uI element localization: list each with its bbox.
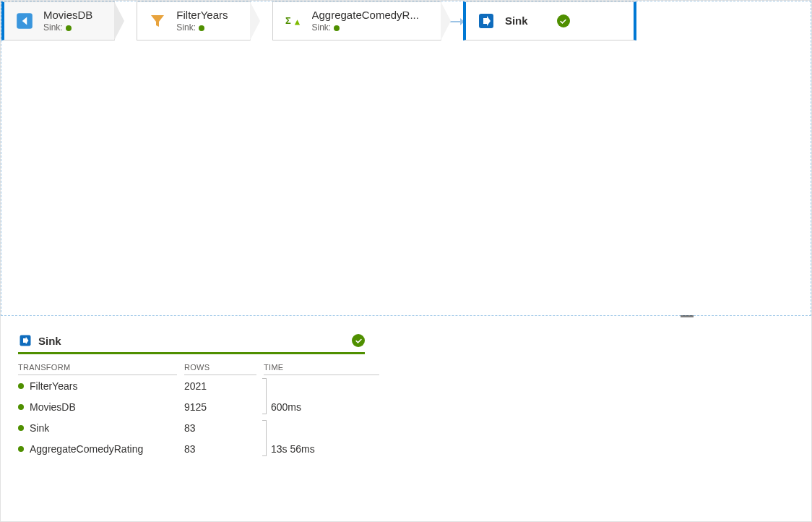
success-check-icon xyxy=(557,14,570,27)
table-body: FilterYears 2021 MoviesDB 9125 600ms Sin… xyxy=(18,375,794,459)
panel-resize-handle[interactable] xyxy=(681,315,694,317)
group-bracket-icon xyxy=(262,378,267,414)
row-count: 9125 xyxy=(184,398,256,416)
transform-name: FilterYears xyxy=(30,380,77,392)
flow-node-moviesdb[interactable]: MoviesDB Sink: xyxy=(1,1,115,40)
col-header-transform: TRANSFORM xyxy=(18,360,177,375)
status-dot-icon xyxy=(18,404,24,410)
sink-icon xyxy=(18,333,33,348)
success-check-icon xyxy=(352,334,365,347)
flow-node-filteryears[interactable]: FilterYears Sink: xyxy=(137,1,250,40)
transform-name: Sink xyxy=(30,422,49,434)
filter-icon xyxy=(146,10,169,32)
row-time xyxy=(264,425,379,431)
col-header-rows: ROWS xyxy=(184,360,256,375)
table-row[interactable]: MoviesDB 9125 600ms xyxy=(18,396,794,417)
row-count: 2021 xyxy=(184,377,256,395)
sink-icon xyxy=(475,10,498,32)
node-title: FilterYears xyxy=(176,8,228,22)
node-sub: Sink: xyxy=(312,22,419,34)
panel-title: Sink xyxy=(38,335,352,347)
node-title: MoviesDB xyxy=(43,8,92,22)
row-time: 13s 56ms xyxy=(264,440,379,458)
status-dot-icon xyxy=(18,446,24,452)
row-count: 83 xyxy=(184,419,256,437)
source-icon xyxy=(13,10,36,32)
status-dot-icon xyxy=(18,425,24,431)
flow-row: MoviesDB Sink: FilterYears Sink: Σ xyxy=(1,1,811,42)
svg-text:Σ: Σ xyxy=(285,15,291,26)
node-title: AggregateComedyR... xyxy=(312,8,419,22)
node-sub: Sink: xyxy=(43,22,92,34)
row-count: 83 xyxy=(184,440,256,458)
table-row[interactable]: FilterYears 2021 xyxy=(18,375,794,396)
transform-name: MoviesDB xyxy=(30,401,76,413)
node-title: Sink xyxy=(505,14,528,28)
table-row[interactable]: AggregateComedyRating 83 13s 56ms xyxy=(18,438,794,459)
table-row[interactable]: Sink 83 xyxy=(18,417,794,438)
col-header-time: TIME xyxy=(264,360,379,375)
node-sub: Sink: xyxy=(176,22,228,34)
dataflow-canvas[interactable]: MoviesDB Sink: FilterYears Sink: Σ xyxy=(1,1,811,316)
table-headers: TRANSFORM ROWS TIME xyxy=(18,360,794,375)
status-dot-icon xyxy=(334,25,340,31)
row-time xyxy=(264,383,379,389)
status-dot-icon xyxy=(18,383,24,389)
flow-node-sink[interactable]: Sink xyxy=(463,1,636,40)
results-panel: Sink TRANSFORM ROWS TIME FilterYears 202… xyxy=(1,316,811,459)
row-time: 600ms xyxy=(264,398,379,416)
group-bracket-icon xyxy=(262,420,267,456)
flow-node-aggregate[interactable]: Σ AggregateComedyR... Sink: xyxy=(272,1,441,40)
status-dot-icon xyxy=(66,25,72,31)
panel-header: Sink xyxy=(18,333,365,354)
aggregate-icon: Σ xyxy=(282,10,305,32)
transform-name: AggregateComedyRating xyxy=(30,443,143,455)
status-dot-icon xyxy=(199,25,204,31)
